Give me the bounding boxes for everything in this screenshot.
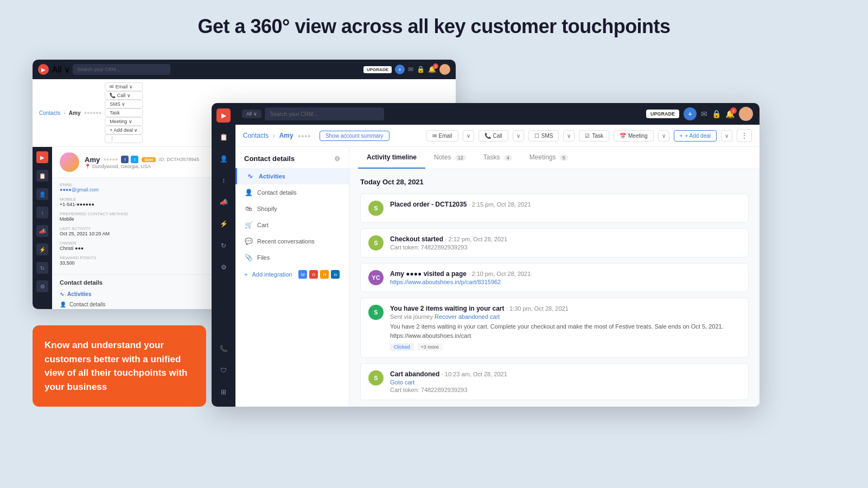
front-tab-meetings[interactable]: Meetings 5 (521, 147, 577, 169)
back-social-links: f t (121, 156, 138, 163)
front-google-icon: G (309, 270, 318, 279)
back-contact-details-icon: 👤 (60, 301, 66, 307)
front-more-btn[interactable]: ⋮ (737, 129, 752, 142)
front-integration-icons: M G H in (298, 270, 340, 279)
front-sidebar-icon-phone[interactable]: 📞 (216, 342, 231, 356)
back-contact-location: 📍Dundywood, Georgia, USA (85, 164, 199, 169)
back-mail-icon[interactable]: ✉ (408, 66, 413, 73)
back-bell-icon[interactable]: 🔔 2 (428, 66, 436, 73)
back-sidebar-icon-8[interactable]: ⚙ (36, 280, 48, 292)
back-upgrade-btn[interactable]: UPGRADE (363, 66, 392, 73)
back-all-btn[interactable]: All ∨ (52, 65, 71, 75)
back-more-btn[interactable]: ⋮ (105, 134, 143, 143)
back-twitter-icon[interactable]: t (131, 156, 138, 163)
back-contact-name: Amy (85, 156, 100, 164)
back-sidebar-icon-4[interactable]: ↕ (36, 207, 48, 219)
front-sidebar-icon-sync[interactable]: ↻ (216, 239, 231, 253)
back-call-btn[interactable]: 📞 Call ∨ (105, 91, 143, 100)
front-chevron-icon: › (273, 133, 275, 139)
front-right-panel: Activity timeline Notes 12 Tasks 4 Meeti… (349, 147, 760, 407)
back-chevron: › (63, 110, 65, 116)
front-activity-subtitle-2: Cart token: 74822892939293 (390, 244, 741, 251)
front-email-chevron[interactable]: ∨ (463, 130, 474, 142)
back-lock-icon[interactable]: 🔒 (417, 66, 425, 73)
back-task-btn[interactable]: Task (105, 108, 143, 117)
back-sidebar-icon-3[interactable]: 👤 (36, 188, 48, 200)
back-sidebar-icon-6[interactable]: ⚡ (36, 243, 48, 255)
front-mail-icon[interactable]: ✉ (701, 110, 707, 118)
front-linkedin-icon: in (331, 270, 340, 279)
front-sidebar-icon-arrows[interactable]: ↕ (216, 174, 231, 188)
front-sms-chevron[interactable]: ∨ (563, 130, 575, 142)
back-sidebar-icon-2[interactable]: 📋 (36, 170, 48, 182)
front-call-chevron[interactable]: ∨ (513, 130, 524, 142)
front-menu-cart[interactable]: 🛒 Cart (235, 217, 349, 233)
back-sidebar-icon-1[interactable]: ▶ (36, 151, 48, 163)
front-activity-link-3[interactable]: https://www.aboutshoes.in/p/cart/8315962 (390, 279, 741, 285)
back-search-placeholder[interactable]: Search your CRM... (77, 67, 120, 72)
front-call-btn[interactable]: 📞 Call (478, 130, 508, 142)
back-plus-icon[interactable]: + (395, 65, 405, 74)
front-gmail-icon: M (298, 270, 307, 279)
front-tab-tasks[interactable]: Tasks 4 (475, 147, 521, 169)
front-search-input[interactable]: Search your CRM... (265, 107, 384, 120)
front-activity-link-5[interactable]: Goto cart (390, 379, 741, 386)
front-cart-icon: 🛒 (244, 221, 253, 229)
front-menu-contact-details[interactable]: 👤 Contact details (235, 184, 349, 201)
front-contact-details-icon: 👤 (244, 189, 253, 196)
front-sms-btn[interactable]: ☐ SMS (528, 130, 559, 142)
front-sidebar-icon-contacts[interactable]: 📋 (216, 130, 231, 144)
back-facebook-icon[interactable]: f (121, 156, 129, 163)
front-adddeal-btn[interactable]: + + Add deal (674, 130, 717, 142)
front-email-btn[interactable]: ✉ Email (426, 130, 458, 142)
back-contact-avatar (60, 152, 79, 172)
front-breadcrumb-actions: ✉ Email ∨ 📞 Call ∨ ☐ SMS ∨ ☑ Task 📅 Meet… (426, 129, 752, 142)
front-upgrade-btn[interactable]: UPGRADE (646, 110, 679, 118)
front-journey-link[interactable]: Recover abandoned cart (435, 313, 500, 320)
front-plus-btn[interactable]: + (684, 107, 697, 120)
front-menu-activities[interactable]: ∿ Activities (235, 168, 349, 184)
front-tab-notes[interactable]: Notes 12 (425, 147, 475, 169)
front-sidebar-icon-gear[interactable]: ⚙ (216, 260, 231, 274)
callout-box: Know and understand your customers bette… (33, 325, 206, 407)
front-sidebar-icon-bolt[interactable]: ⚡ (216, 217, 231, 231)
front-sidebar-icon-shield[interactable]: 🛡 (216, 363, 231, 377)
back-meeting-btn[interactable]: Meeting ∨ (105, 117, 143, 126)
front-user-avatar[interactable] (739, 107, 753, 121)
front-sidebar-icon-user[interactable]: 👤 (216, 152, 231, 166)
front-avatar-shopify-1: S (368, 201, 384, 216)
front-meeting-btn[interactable]: 📅 Meeting (614, 130, 654, 142)
front-lock-icon[interactable]: 🔒 (712, 110, 721, 118)
front-activity-body-4: You have 2 items waiting in your cart. C… (390, 322, 741, 340)
back-contacts-link[interactable]: Contacts (39, 110, 60, 116)
front-files-icon: 📎 (244, 254, 253, 261)
front-adddeal-chevron[interactable]: ∨ (721, 130, 732, 142)
front-menu-recent-convos[interactable]: 💬 Recent conversations (235, 233, 349, 249)
front-sidebar-icon-app[interactable]: ▶ (216, 108, 231, 123)
front-menu-shopify[interactable]: 🛍 Shopify (235, 201, 349, 217)
back-app-icon: ▶ (38, 64, 49, 75)
back-sidebar-icon-phone[interactable]: 📞 (36, 309, 48, 309)
front-left-sidebar: ▶ 📋 👤 ↕ 📣 ⚡ ↻ ⚙ 📞 🛡 ⊞ (212, 103, 235, 407)
front-sidebar-icon-announce[interactable]: 📣 (216, 195, 231, 209)
front-all-btn[interactable]: All ∨ (242, 110, 261, 118)
back-sms-btn[interactable]: SMS ∨ (105, 100, 143, 108)
back-user-avatar[interactable] (439, 64, 450, 75)
front-tag-more[interactable]: +3 more (417, 343, 443, 351)
front-show-account-btn[interactable]: Show account summary (320, 131, 390, 141)
front-contacts-link[interactable]: Contacts (243, 132, 269, 139)
back-sidebar-icon-5[interactable]: 📣 (36, 225, 48, 237)
front-sidebar-icon-grid[interactable]: ⊞ (216, 385, 231, 399)
front-tab-activity[interactable]: Activity timeline (358, 147, 425, 169)
front-menu-files[interactable]: 📎 Files (235, 249, 349, 266)
front-bell-icon[interactable]: 🔔 2 (725, 110, 735, 118)
front-panel-settings-icon[interactable]: ⚙ (334, 155, 340, 163)
back-email-btn[interactable]: ✉ Email ∨ (105, 82, 143, 91)
front-task-btn[interactable]: ☑ Task (579, 130, 609, 142)
front-avatar-shopify-2: S (368, 235, 384, 251)
back-adddeal-btn[interactable]: + Add deal ∨ (105, 126, 143, 134)
front-meeting-chevron[interactable]: ∨ (658, 130, 669, 142)
front-add-integration-btn[interactable]: + Add integration M G H in (235, 266, 349, 283)
back-sidebar-icon-7[interactable]: ↻ (36, 262, 48, 274)
front-screenshot: ▶ 📋 👤 ↕ 📣 ⚡ ↻ ⚙ 📞 🛡 ⊞ All ∨ (212, 103, 760, 407)
